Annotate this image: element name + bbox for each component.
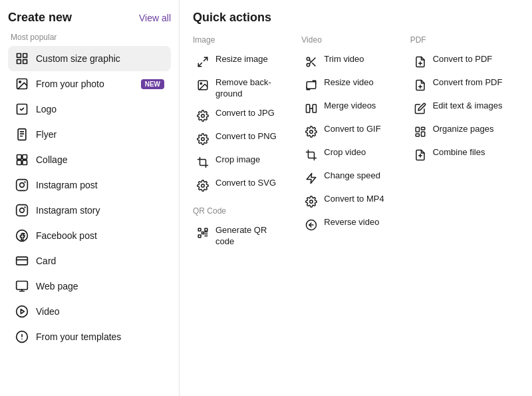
combine-files-icon [413,148,428,162]
svg-rect-22 [17,257,28,265]
convert-mp4-icon [304,194,319,209]
templates-icon [15,329,29,344]
reverse-video-icon [304,218,319,232]
svg-line-44 [313,63,315,66]
svg-point-33 [201,184,205,188]
instagram-story-icon [15,203,29,218]
logo-icon [15,102,29,116]
svg-rect-36 [198,235,201,238]
qa-organize-pages[interactable]: Organize pages [410,120,505,143]
qa-item-label: Trim video [324,54,364,65]
sidebar-item-instagram-post[interactable]: Instagram post [8,172,171,198]
svg-point-5 [19,81,21,83]
svg-rect-14 [23,160,27,165]
qa-trim-video[interactable]: Trim video [301,50,396,73]
svg-rect-11 [17,155,22,160]
sidebar-item-logo[interactable]: Logo [8,97,171,122]
sidebar-item-label: Custom size graphic [36,53,120,64]
qa-item-label: Resize image [215,54,268,65]
convert-svg-icon [196,178,210,193]
collage-icon [15,152,29,167]
qa-item-label: Convert to PDF [433,54,493,65]
qa-item-label: Crop video [324,147,366,158]
qa-crop-image[interactable]: Crop image [193,150,288,174]
image-column: Image Resize image Remove [193,35,301,252]
sidebar-item-label: Card [36,256,56,266]
qa-convert-mp4[interactable]: Convert to MP4 [301,190,396,213]
sidebar-item-from-photo[interactable]: From your photo NEW [8,71,171,97]
sidebar-item-label: Logo [36,104,57,114]
sidebar-item-label: Facebook post [36,230,97,241]
sidebar-item-web-page[interactable]: Web page [8,274,171,299]
svg-rect-58 [421,127,424,130]
sidebar-item-label: From your photo [36,79,104,89]
qa-convert-to-pdf[interactable]: Convert to PDF [410,50,505,73]
svg-rect-18 [17,205,28,216]
qa-merge-videos[interactable]: Merge videos [301,97,396,120]
svg-point-32 [201,138,205,141]
qa-convert-png[interactable]: Convert to PNG [193,127,288,150]
svg-rect-34 [198,228,201,231]
qa-edit-text-images[interactable]: Edit text & images [410,97,505,120]
svg-rect-57 [416,127,419,132]
qa-item-label: Convert to GIF [324,124,380,135]
svg-rect-15 [17,180,28,191]
sidebar-item-card[interactable]: Card [8,248,171,274]
webpage-icon [15,279,29,294]
qa-convert-svg[interactable]: Convert to SVG [193,174,288,197]
crop-image-icon [196,155,210,170]
qa-convert-gif[interactable]: Convert to GIF [301,120,396,143]
svg-rect-37 [202,232,204,234]
qa-item-label: Resize video [324,77,373,89]
qa-reverse-video[interactable]: Reverse video [301,213,396,236]
view-all-link[interactable]: View all [139,13,171,23]
qa-resize-video[interactable]: Resize video [301,73,396,97]
qa-item-label: Organize pages [433,124,494,135]
qa-convert-jpg[interactable]: Convert to JPG [193,104,288,127]
svg-rect-1 [23,54,27,58]
card-icon [15,254,29,268]
qa-change-speed[interactable]: Change speed [301,166,396,190]
new-badge: NEW [141,79,164,89]
qr-section: QR Code Generate QR code [193,206,288,252]
qa-remove-bg[interactable]: Remove back­ground [193,73,288,104]
qa-item-label: Crop image [215,154,260,166]
svg-rect-59 [421,132,424,136]
most-popular-label: Most popular [8,33,171,42]
qa-convert-from-pdf[interactable]: Convert from PDF [410,73,505,97]
qr-icon [196,226,210,240]
convert-gif-icon [304,124,319,139]
qa-crop-video[interactable]: Crop video [301,143,396,166]
svg-rect-35 [205,228,207,231]
qr-column-label: QR Code [193,206,288,216]
svg-line-28 [198,63,201,67]
qa-generate-qr[interactable]: Generate QR code [193,221,288,252]
svg-point-25 [17,306,28,317]
sidebar-item-label: Flyer [36,129,57,140]
sidebar-item-custom-size[interactable]: Custom size graphic [8,46,171,71]
sidebar-item-flyer[interactable]: Flyer [8,122,171,147]
qa-item-label: Edit text & images [433,100,503,112]
sidebar-item-facebook-post[interactable]: Facebook post [8,223,171,248]
svg-rect-2 [17,60,21,64]
grid-icon [15,51,29,66]
sidebar-item-collage[interactable]: Collage [8,147,171,172]
svg-rect-47 [307,104,310,112]
sidebar-item-from-templates[interactable]: From your templates [8,324,171,349]
svg-rect-12 [23,155,27,160]
qa-item-label: Remove back­ground [215,77,285,100]
qa-item-label: Convert to PNG [215,131,277,142]
pdf-column: PDF Convert to PDF Conver [410,35,519,252]
qa-item-label: Change speed [324,170,380,182]
svg-point-19 [20,208,25,213]
video-icon [15,304,29,319]
create-new-title: Create new [8,11,72,25]
qa-combine-files[interactable]: Combine files [410,143,505,166]
svg-point-50 [310,200,313,204]
sidebar-item-instagram-story[interactable]: Instagram story [8,198,171,223]
sidebar-item-video[interactable]: Video [8,299,171,324]
quick-actions-grid: Image Resize image Remove [193,35,519,252]
qa-resize-image[interactable]: Resize image [193,50,288,73]
flyer-icon [15,127,29,142]
qa-item-label: Convert to MP4 [324,194,384,205]
